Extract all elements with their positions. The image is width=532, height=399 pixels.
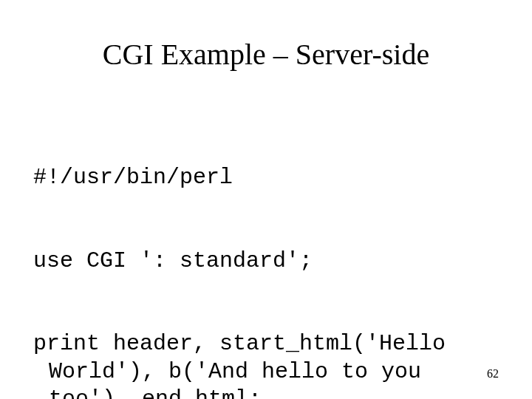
slide-container: CGI Example – Server-side #!/usr/bin/per… [0, 0, 532, 399]
code-block: #!/usr/bin/perl use CGI ': standard'; pr… [30, 109, 502, 399]
code-line-1: #!/usr/bin/perl [33, 164, 502, 192]
slide-title: CGI Example – Server-side [30, 37, 502, 72]
code-line-2: use CGI ': standard'; [33, 248, 502, 276]
code-line-3: print header, start_html('Hello World'),… [33, 330, 502, 399]
page-number: 62 [487, 367, 499, 381]
